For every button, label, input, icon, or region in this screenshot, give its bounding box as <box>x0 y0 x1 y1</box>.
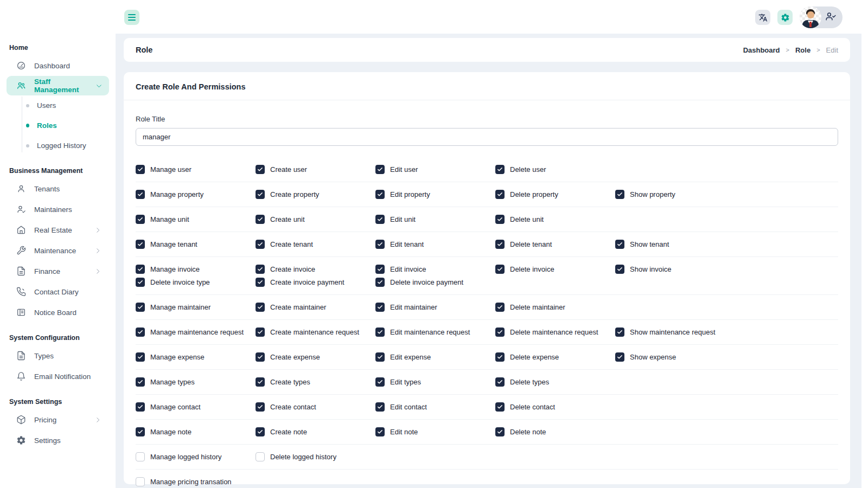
checkbox-show-expense[interactable] <box>615 352 624 362</box>
checkbox-delete-user[interactable] <box>495 165 505 174</box>
sidebar-item-maintainers[interactable]: Maintainers <box>0 199 116 220</box>
checkbox-edit-invoice[interactable] <box>375 265 385 274</box>
checkbox-delete-note[interactable] <box>495 427 505 436</box>
checkbox-delete-property[interactable] <box>495 190 505 199</box>
translate-button[interactable] <box>755 10 770 25</box>
checkbox-create-invoice[interactable] <box>256 265 265 274</box>
permission-label: Create note <box>270 428 307 436</box>
permission-label: Manage types <box>150 378 195 386</box>
checkbox-delete-invoice[interactable] <box>495 265 505 274</box>
chevron-down-icon <box>95 82 103 89</box>
permission-group: Manage logged historyDelete logged histo… <box>136 445 838 470</box>
sidebar-item-users[interactable]: Users <box>0 95 116 115</box>
bullet-icon <box>26 144 29 147</box>
checkbox-manage-contact[interactable] <box>136 402 145 412</box>
checkbox-manage-types[interactable] <box>136 377 145 387</box>
sidebar-item-finance[interactable]: Finance <box>0 261 116 281</box>
checkbox-manage-maintainer[interactable] <box>136 303 145 312</box>
checkbox-create-invoice-payment[interactable] <box>256 278 265 287</box>
permission-edit-types: Edit types <box>375 376 495 388</box>
checkbox-manage-logged-history[interactable] <box>136 452 145 461</box>
dashboard-icon <box>16 61 26 70</box>
role-title-input[interactable] <box>136 128 838 146</box>
checkbox-manage-maintenance-request[interactable] <box>136 328 145 337</box>
sidebar-item-logged-history[interactable]: Logged History <box>0 136 116 156</box>
sidebar-item-maintenance[interactable]: Maintenance <box>0 240 116 261</box>
checkbox-edit-maintainer[interactable] <box>375 303 385 312</box>
permission-delete-note: Delete note <box>495 426 615 438</box>
checkbox-show-maintenance-request[interactable] <box>615 328 624 337</box>
sidebar-item-staff-management[interactable]: Staff Management <box>7 76 109 95</box>
sidebar-item-types[interactable]: Types <box>0 345 116 366</box>
breadcrumb-dashboard[interactable]: Dashboard <box>743 46 780 54</box>
settings-button[interactable] <box>777 10 793 25</box>
checkbox-manage-note[interactable] <box>136 427 145 436</box>
sidebar-submenu: UsersRolesLogged History <box>0 95 116 156</box>
sidebar-item-notice-board[interactable]: Notice Board <box>0 302 116 323</box>
checkbox-manage-property[interactable] <box>136 190 145 199</box>
checkbox-edit-contact[interactable] <box>375 402 385 412</box>
permission-group: Manage contactCreate contactEdit contact… <box>136 395 838 420</box>
checkbox-delete-invoice-type[interactable] <box>136 278 145 287</box>
permission-manage-maintainer: Manage maintainer <box>136 301 256 313</box>
checkbox-create-property[interactable] <box>256 190 265 199</box>
checkbox-edit-expense[interactable] <box>375 352 385 362</box>
checkbox-show-property[interactable] <box>615 190 624 199</box>
checkbox-delete-maintenance-request[interactable] <box>495 328 505 337</box>
checkbox-delete-tenant[interactable] <box>495 240 505 249</box>
checkbox-edit-property[interactable] <box>375 190 385 199</box>
checkbox-manage-pricing-transation[interactable] <box>136 477 145 486</box>
checkbox-create-contact[interactable] <box>256 402 265 412</box>
permission-label: Create maintenance request <box>270 328 359 336</box>
checkbox-delete-invoice-payment[interactable] <box>375 278 385 287</box>
sidebar-item-settings[interactable]: Settings <box>0 430 116 451</box>
sidebar-item-roles[interactable]: Roles <box>0 115 116 136</box>
checkbox-manage-tenant[interactable] <box>136 240 145 249</box>
checkbox-delete-types[interactable] <box>495 377 505 387</box>
permission-label: Delete property <box>510 190 558 198</box>
breadcrumb-edit: Edit <box>826 46 838 54</box>
checkbox-manage-invoice[interactable] <box>136 265 145 274</box>
breadcrumb-role[interactable]: Role <box>795 46 810 54</box>
sidebar-item-tenants[interactable]: Tenants <box>0 178 116 199</box>
sidebar-item-dashboard[interactable]: Dashboard <box>0 55 116 76</box>
permission-group: Manage unitCreate unitEdit unitDelete un… <box>136 207 838 232</box>
permission-delete-tenant: Delete tenant <box>495 239 615 250</box>
checkbox-delete-logged-history[interactable] <box>256 452 265 461</box>
checkbox-delete-expense[interactable] <box>495 352 505 362</box>
sidebar-item-pricing[interactable]: Pricing <box>0 409 116 430</box>
permission-group: Manage typesCreate typesEdit typesDelete… <box>136 370 838 395</box>
checkbox-edit-tenant[interactable] <box>375 240 385 249</box>
sidebar-item-real-estate[interactable]: Real Estate <box>0 220 116 240</box>
scrollbar[interactable] <box>861 34 868 488</box>
checkbox-edit-note[interactable] <box>375 427 385 436</box>
checkbox-create-tenant[interactable] <box>256 240 265 249</box>
checkbox-edit-user[interactable] <box>375 165 385 174</box>
sidebar-item-email-notification[interactable]: Email Notification <box>0 366 116 387</box>
checkbox-create-maintainer[interactable] <box>256 303 265 312</box>
permission-delete-logged-history: Delete logged history <box>256 451 375 463</box>
document-icon <box>16 351 26 361</box>
checkbox-create-expense[interactable] <box>256 352 265 362</box>
checkbox-edit-unit[interactable] <box>375 215 385 224</box>
sidebar-item-contact-diary[interactable]: Contact Diary <box>0 281 116 302</box>
checkbox-edit-maintenance-request[interactable] <box>375 328 385 337</box>
checkbox-delete-contact[interactable] <box>495 402 505 412</box>
checkbox-show-invoice[interactable] <box>615 265 624 274</box>
checkbox-delete-maintainer[interactable] <box>495 303 505 312</box>
checkbox-create-types[interactable] <box>256 377 265 387</box>
hamburger-menu-button[interactable] <box>124 10 139 25</box>
permission-edit-maintainer: Edit maintainer <box>375 301 495 313</box>
checkbox-create-note[interactable] <box>256 427 265 436</box>
checkbox-create-user[interactable] <box>256 165 265 174</box>
checkbox-manage-expense[interactable] <box>136 352 145 362</box>
checkbox-manage-unit[interactable] <box>136 215 145 224</box>
checkbox-show-tenant[interactable] <box>615 240 624 249</box>
checkbox-edit-types[interactable] <box>375 377 385 387</box>
checkbox-create-maintenance-request[interactable] <box>256 328 265 337</box>
checkbox-manage-user[interactable] <box>136 165 145 174</box>
checkbox-create-unit[interactable] <box>256 215 265 224</box>
sidebar: SMART TENANT PROPERTY MANAGEMENT SYSTEM … <box>0 0 116 488</box>
user-menu[interactable] <box>800 7 843 28</box>
checkbox-delete-unit[interactable] <box>495 215 505 224</box>
